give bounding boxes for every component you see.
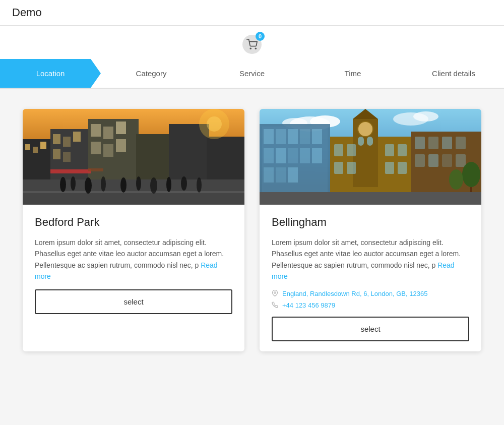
cards-grid: Bedford Park Lorem ipsum dolor sit amet,… [15,109,489,351]
svg-point-28 [101,176,106,192]
card-address-link[interactable]: England, Randlesdown Rd, 6, London, GB, … [282,290,427,297]
card-body-bellingham: Bellingham Lorem ipsum dolor sit amet, c… [260,205,481,351]
cart-area: 0 [0,26,504,59]
svg-rect-10 [73,132,81,142]
step-category[interactable]: Category [101,59,202,88]
svg-rect-24 [23,191,244,193]
card-image-bellingham [260,109,481,205]
card-title-bellingham: Bellingham [272,216,469,229]
location-icon [272,289,278,298]
top-bar: Demo [0,0,504,26]
svg-rect-58 [398,162,407,174]
select-btn-bellingham[interactable]: select [272,317,469,341]
svg-point-32 [166,177,171,192]
select-btn-bedford[interactable]: select [35,289,232,314]
svg-point-38 [207,116,222,132]
svg-rect-57 [385,162,394,174]
svg-rect-14 [91,124,101,137]
svg-rect-51 [334,144,343,156]
svg-point-83 [462,162,480,187]
card-address-item: England, Randlesdown Rd, 6, London, GB, … [272,289,469,298]
steps-nav: Location Category Service Time Client de… [0,59,504,89]
svg-rect-65 [312,129,322,144]
svg-rect-18 [103,144,113,157]
svg-point-25 [60,177,66,192]
svg-rect-68 [288,148,298,163]
svg-rect-62 [276,129,286,144]
svg-rect-50 [367,137,373,146]
svg-point-0 [250,48,251,49]
svg-rect-76 [428,137,438,149]
svg-rect-81 [442,154,452,167]
svg-point-29 [120,177,127,193]
svg-rect-79 [415,154,425,167]
svg-rect-61 [264,129,274,144]
card-title-bedford: Bedford Park [35,216,232,229]
app-title: Demo [12,6,42,19]
svg-point-44 [413,111,438,122]
step-service[interactable]: Service [202,59,302,88]
svg-rect-55 [334,162,343,174]
svg-rect-15 [103,127,113,139]
svg-point-48 [358,122,373,137]
svg-point-33 [181,176,187,191]
svg-rect-77 [442,137,452,149]
svg-rect-69 [300,148,310,163]
card-body-bedford: Bedford Park Lorem ipsum dolor sit amet,… [23,205,244,324]
card-image-bedford [23,109,244,205]
step-client-details[interactable]: Client details [403,59,504,88]
svg-point-26 [71,176,76,191]
svg-point-30 [136,176,141,191]
svg-rect-52 [347,144,356,156]
svg-rect-72 [276,167,286,183]
svg-point-34 [197,177,202,193]
svg-rect-49 [358,137,364,146]
svg-rect-70 [312,148,322,163]
svg-rect-11 [53,149,60,159]
card-phone-link[interactable]: +44 123 456 9879 [282,301,335,309]
svg-rect-53 [385,144,394,156]
svg-rect-35 [50,169,91,173]
cart-badge: 0 [256,32,265,41]
svg-rect-54 [398,144,407,156]
svg-rect-4 [25,144,30,150]
main-content: Bedford Park Lorem ipsum dolor sit amet,… [0,89,504,391]
svg-rect-64 [300,129,310,144]
svg-point-27 [85,177,92,194]
svg-rect-5 [33,147,38,153]
phone-icon [272,301,278,310]
card-desc-bellingham: Lorem ipsum dolor sit amet, consectetur … [272,237,469,282]
svg-rect-78 [456,137,466,149]
svg-rect-19 [116,139,126,152]
svg-rect-63 [288,129,298,144]
svg-rect-36 [88,168,103,171]
svg-rect-67 [276,148,286,163]
svg-rect-71 [264,167,274,183]
step-location[interactable]: Location [0,59,101,88]
card-desc-bedford: Lorem ipsum dolor sit amet, consectetur … [35,237,232,282]
cart-icon-wrapper[interactable]: 0 [242,35,262,54]
svg-rect-8 [53,134,60,144]
svg-rect-9 [63,137,71,147]
svg-rect-6 [40,142,46,149]
card-meta-bellingham: England, Randlesdown Rd, 6, London, GB, … [272,289,469,310]
svg-rect-75 [415,137,425,149]
card-bedford-park: Bedford Park Lorem ipsum dolor sit amet,… [23,109,244,351]
svg-rect-80 [428,154,438,167]
svg-point-85 [449,169,463,190]
svg-rect-66 [264,148,274,163]
svg-rect-17 [91,142,101,154]
step-time[interactable]: Time [302,59,403,88]
svg-point-31 [150,177,157,194]
svg-point-1 [255,48,256,49]
svg-point-87 [274,291,276,293]
svg-rect-16 [116,122,126,134]
card-phone-item: +44 123 456 9879 [272,301,469,310]
svg-rect-86 [260,192,481,205]
svg-rect-12 [63,152,71,162]
svg-rect-56 [347,162,356,174]
svg-rect-82 [456,154,466,167]
svg-rect-73 [288,167,298,183]
card-bellingham: Bellingham Lorem ipsum dolor sit amet, c… [260,109,481,351]
